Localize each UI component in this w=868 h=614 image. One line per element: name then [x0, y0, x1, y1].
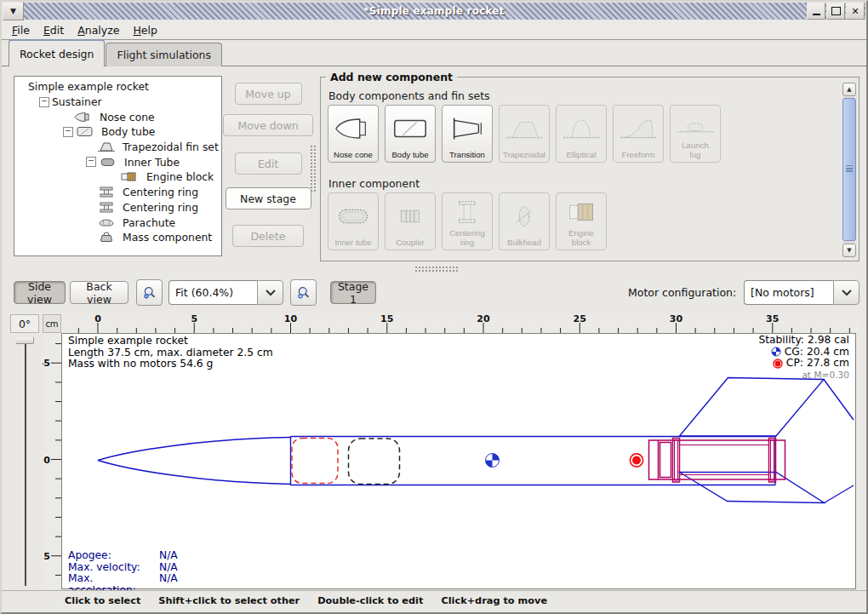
tree-row-sustainer[interactable]: −Sustainer — [14, 95, 221, 110]
centering-ring-icon — [448, 194, 487, 229]
add-bulkhead-button[interactable]: Bulkhead — [499, 192, 550, 250]
add-elliptical-button[interactable]: Elliptical — [556, 105, 607, 163]
elliptical-icon — [562, 106, 601, 151]
add-engine-block-button[interactable]: Engine block — [556, 192, 607, 250]
chevron-down-icon[interactable] — [833, 280, 859, 305]
tree-label: Engine block — [146, 170, 214, 183]
move-up-button[interactable]: Move up — [235, 83, 302, 105]
menu-analyze[interactable]: Analyze — [71, 22, 126, 38]
trapezoidal-icon — [505, 106, 544, 151]
tree-row-nose-cone[interactable]: Nose cone — [14, 109, 221, 124]
menu-help[interactable]: Help — [126, 22, 164, 38]
chevron-down-icon[interactable] — [257, 280, 283, 305]
zoom-level-combobox[interactable]: Fit (60.4%) — [168, 280, 283, 305]
transition-icon — [448, 106, 487, 151]
tree-row-simple-example-rocket[interactable]: Simple example rocket — [14, 79, 221, 95]
rotation-slider-track[interactable] — [25, 344, 26, 586]
delete-button[interactable]: Delete — [232, 225, 304, 247]
scrollbar-thumb[interactable] — [842, 98, 856, 241]
inner-tube-icon — [334, 194, 373, 238]
add-body-tube-button[interactable]: Body tube — [385, 105, 436, 163]
stage-1-toggle[interactable]: Stage 1 — [330, 281, 376, 304]
zoom-out-button[interactable] — [136, 279, 163, 306]
svg-text:15: 15 — [380, 314, 393, 324]
scroll-up-button[interactable]: ▲ — [842, 83, 856, 96]
minimize-button[interactable] — [807, 3, 825, 20]
title-bar[interactable]: ▼ *Simple example rocket ✕ — [3, 3, 865, 20]
add-inner-tube-button[interactable]: Inner tube — [328, 192, 379, 250]
cg-marker — [486, 454, 500, 468]
tab-rocket-design[interactable]: Rocket design — [9, 39, 105, 66]
tree-row-parachute[interactable]: Parachute — [14, 215, 221, 230]
add-coupler-button[interactable]: Coupler — [385, 192, 436, 250]
add-nose-cone-button[interactable]: Nose cone — [328, 105, 379, 163]
new-stage-button[interactable]: New stage — [226, 187, 311, 209]
component-button-label: Bulkhead — [507, 238, 541, 248]
flight-stat-label: Max. velocity: — [68, 562, 159, 574]
zoom-in-button[interactable] — [290, 279, 317, 306]
bulkhead-icon — [505, 194, 544, 238]
mass-component-shape — [349, 439, 400, 485]
close-button[interactable]: ✕ — [846, 3, 865, 20]
motor-configuration-combobox[interactable]: [No motors] — [744, 280, 859, 305]
tree-row-mass-component[interactable]: Mass component — [14, 230, 221, 245]
cp-marker — [630, 454, 642, 467]
nose-cone-shape — [98, 461, 291, 485]
menu-edit[interactable]: Edit — [37, 22, 71, 38]
zoom-in-icon — [296, 284, 311, 302]
edit-button[interactable]: Edit — [235, 152, 302, 175]
stability-value: 2.98 cal — [808, 335, 849, 347]
tree-label: Trapezoidal fin set — [123, 141, 219, 153]
component-button-label: Centering ring — [448, 229, 487, 247]
tree-row-engine-block[interactable]: Engine block — [14, 169, 221, 185]
tree-label: Centering ring — [123, 201, 198, 214]
minimize-icon — [813, 7, 820, 15]
svg-text:5: 5 — [191, 314, 197, 324]
tab-flight-simulations[interactable]: Flight simulations — [106, 43, 222, 66]
tree-row-centering-ring[interactable]: Centering ring — [14, 185, 221, 200]
back-view-button[interactable]: Back view — [70, 281, 128, 304]
move-down-button[interactable]: Move down — [223, 114, 313, 136]
tree-row-body-tube[interactable]: −Body tube — [14, 124, 221, 140]
add-launch-lug-button[interactable]: Launch lug — [670, 105, 721, 163]
add-freeform-button[interactable]: Freeform — [613, 105, 664, 163]
cp-label: CP: — [786, 358, 803, 370]
flight-stat-label: Apogee: — [68, 550, 159, 562]
parachute-icon — [97, 217, 119, 228]
add-transition-button[interactable]: Transition — [442, 105, 493, 163]
ruler-unit-label: cm — [43, 314, 61, 333]
rocket-info-block: Simple example rocket Length 37.5 cm, ma… — [68, 336, 273, 370]
body-component-buttons: Nose coneBody tubeTransitionTrapezoidalE… — [328, 105, 721, 163]
fin-top-shape — [680, 378, 825, 437]
maximize-icon — [831, 7, 841, 15]
engine-block-icon — [121, 171, 143, 182]
menu-file[interactable]: File — [5, 22, 37, 38]
fin-icon — [97, 141, 119, 152]
status-hint: Click to select — [65, 595, 140, 606]
scroll-down-button[interactable]: ▼ — [842, 244, 856, 257]
component-button-label: Body tube — [391, 151, 428, 160]
side-view-button[interactable]: Side view — [14, 281, 66, 304]
inner-tube-icon — [99, 157, 121, 168]
add-centering-ring-button[interactable]: Centering ring — [442, 192, 493, 250]
component-button-label: Nose cone — [334, 151, 373, 160]
tree-label: Nose cone — [100, 111, 155, 123]
component-button-label: Elliptical — [566, 151, 596, 160]
tree-expander-icon[interactable]: − — [86, 157, 96, 167]
tree-row-centering-ring[interactable]: Centering ring — [14, 200, 221, 215]
tree-row-inner-tube[interactable]: −Inner Tube — [14, 154, 221, 169]
component-button-label: Trapezoidal — [503, 151, 545, 160]
add-trapezoidal-button[interactable]: Trapezoidal — [499, 105, 550, 163]
tree-row-trapezoidal-fin-set[interactable]: Trapezoidal fin set — [14, 140, 221, 155]
coupler-icon — [391, 194, 430, 238]
horizontal-splitter-handle[interactable] — [414, 266, 459, 273]
tree-expander-icon[interactable]: − — [63, 127, 73, 137]
rotation-slider-handle[interactable] — [15, 336, 34, 344]
maximize-button[interactable] — [826, 3, 845, 20]
rotation-angle-display: 0° — [10, 314, 39, 333]
tree-label: Sustainer — [52, 95, 102, 108]
vertical-splitter-handle[interactable] — [310, 145, 317, 192]
tree-expander-icon[interactable]: − — [39, 97, 49, 107]
scrollbar-grip — [846, 165, 853, 167]
component-tree[interactable]: Simple example rocket−SustainerNose cone… — [14, 76, 222, 256]
